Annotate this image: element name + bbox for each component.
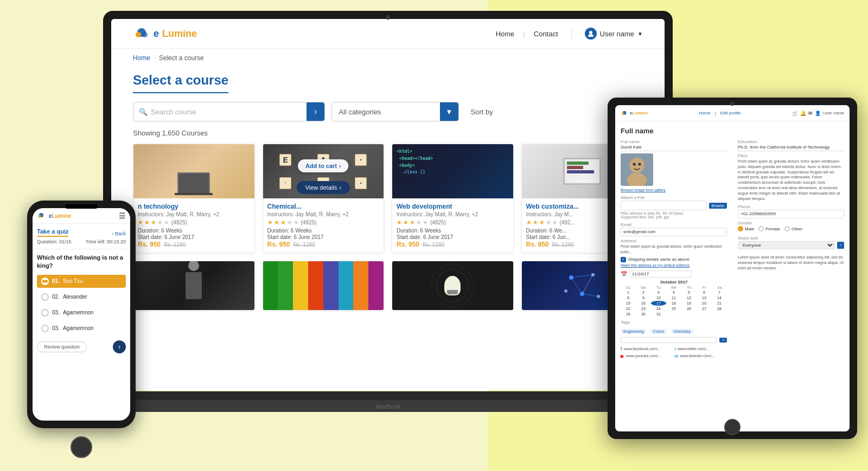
quiz-option-4[interactable]: 03. Agamemnon (37, 322, 126, 335)
education-value: Ph.D. from the California Institute of T… (738, 145, 844, 151)
checkbox-label: Shipping details same as above (628, 257, 690, 262)
svg-point-3 (589, 31, 592, 34)
svg-point-9 (569, 275, 573, 280)
tablet-camera (730, 101, 735, 106)
course-card-6[interactable] (263, 261, 385, 311)
course-card-2[interactable]: E A · · · · Add to cart › (263, 144, 385, 253)
tag-input[interactable] (621, 337, 717, 343)
youtube-url[interactable]: www.youtube.com/... (626, 354, 661, 358)
breadcrumb-home[interactable]: Home (133, 54, 150, 62)
tablet-nav-home[interactable]: Home (699, 111, 710, 115)
add-to-cart-button[interactable]: Add to cart › (298, 159, 349, 172)
facebook-link: f www.facebook.com/... (621, 346, 673, 352)
gender-female[interactable]: Female (758, 226, 780, 231)
tablet-logo: eLumine (621, 109, 648, 117)
phone-label: Phone (738, 204, 844, 209)
star-3: ★ (151, 219, 156, 226)
user-dropdown-icon: ▼ (637, 31, 643, 37)
full-name-value[interactable]: Sumit Kale (621, 145, 727, 151)
linkedin-url[interactable]: www.linkedin.com/... (680, 354, 714, 358)
nav-separator (571, 28, 572, 39)
user-area[interactable]: User name ▼ (585, 28, 643, 40)
linkedin-icon: in (675, 353, 679, 359)
review-question-button[interactable]: Review question (37, 341, 87, 352)
select-action-button[interactable]: › (837, 242, 844, 249)
tags-label: Tags (621, 320, 727, 325)
quiz-option-3[interactable]: 03. Agamemnon (37, 306, 126, 319)
tablet-logo-text: eLumine (630, 111, 648, 115)
education-label: Education (738, 139, 844, 144)
notification-icon[interactable]: 🔔 (800, 111, 806, 116)
email-input[interactable]: smk@gmail.com (621, 228, 727, 236)
hamburger-icon[interactable]: ☰ (119, 211, 126, 220)
svg-point-22 (639, 163, 641, 166)
search-icon: 🔍 (139, 108, 148, 116)
facebook-url[interactable]: www.facebook.com/... (624, 347, 661, 351)
tablet-left-col: Full name Sumit Kale (621, 139, 727, 359)
nav-contact-link[interactable]: Contact (534, 30, 558, 38)
time-left: Time left: 00:15:20 (86, 239, 126, 244)
view-details-button[interactable]: View details › (297, 181, 350, 194)
gender-other-label: Other (792, 227, 802, 231)
tag-chemistry[interactable]: Chemistry (671, 329, 694, 334)
user-profile-icon[interactable]: 👤 (815, 111, 821, 116)
course-info-2: Chemical... Instructors: Jay Matt, R. Ma… (263, 198, 384, 253)
file-input[interactable] (621, 201, 707, 210)
nav-home-link[interactable]: Home (496, 30, 515, 38)
attach-file-row: Browse (621, 201, 727, 210)
cart-icon[interactable]: 🛒 (792, 111, 798, 116)
tablet-nav-profile[interactable]: Edit profile (720, 111, 741, 115)
linkedin-link: in www.linkedin.com/... (675, 353, 727, 359)
quiz-title: Take a quiz (37, 228, 68, 237)
quiz-option-2[interactable]: 02. Alexander (37, 291, 126, 304)
phone-screen: eLumine ☰ Take a quiz ‹ Back Question: 0… (33, 208, 130, 421)
macbook-brand-label: MacBook (375, 403, 400, 410)
svg-point-1 (136, 32, 141, 37)
course-card-3[interactable]: <html> <head></head> <body> .class {} We… (392, 144, 514, 253)
tablet-device: eLumine Home | Edit profile 🛒 🔔 ✉ 👤 User… (608, 98, 857, 439)
search-input-area[interactable]: 🔍 Search course (133, 105, 307, 119)
course-title-3: Web development (397, 203, 509, 210)
phone-input[interactable]: +01-20598000555 (738, 210, 844, 218)
svg-line-5 (571, 275, 593, 278)
page-title: Select a course (133, 73, 228, 93)
search-button[interactable]: › (307, 102, 324, 121)
gender-other[interactable]: Other (784, 226, 802, 231)
category-select[interactable]: All categories (332, 105, 441, 119)
message-icon[interactable]: ✉ (808, 111, 813, 116)
date-input[interactable] (629, 270, 692, 278)
phone-home-button[interactable] (71, 436, 92, 458)
twitter-url[interactable]: www.twitter.com/... (678, 347, 709, 351)
back-link[interactable]: ‹ Back (112, 231, 126, 236)
search-wrapper: 🔍 Search course › (133, 102, 325, 121)
quiz-option-1[interactable]: 01. Sun Tzu (37, 275, 126, 288)
gender-male[interactable]: Male (738, 226, 754, 231)
svg-point-4 (588, 34, 593, 37)
tag-engineering[interactable]: Engineering (621, 329, 646, 334)
checkmark-icon: ✓ (622, 257, 625, 262)
category-dropdown-button[interactable]: ▼ (440, 102, 458, 121)
gender-label: Gender (738, 221, 844, 225)
tag-add-button[interactable]: + (719, 338, 727, 343)
browse-button[interactable]: Browse (709, 203, 727, 209)
question-number: Question: 01/15 (37, 239, 72, 244)
price-row-1: Rs. 950 Rs. 1280 (138, 241, 250, 248)
attach-file-label: Attach a File (621, 195, 727, 200)
browse-gallery-link[interactable]: Browse image from gallery (621, 188, 666, 192)
make-default-link[interactable]: Make this address as my default address (621, 263, 727, 267)
tag-colors[interactable]: Colors (650, 329, 667, 334)
course-card-5[interactable] (133, 261, 255, 311)
next-button[interactable]: › (113, 340, 126, 353)
option-2-text: Alexander (63, 294, 87, 300)
course-card-1[interactable]: n technology Instructors: Jay Matt, R. M… (133, 144, 255, 253)
share-select[interactable]: Everyone Friends Groups (738, 241, 835, 249)
search-placeholder: Search course (151, 108, 302, 116)
checkbox-checked[interactable]: ✓ (621, 257, 626, 262)
svg-point-15 (39, 215, 41, 218)
svg-point-17 (622, 112, 624, 114)
twitter-link: t www.twitter.com/... (675, 346, 727, 352)
course-card-7[interactable] (392, 261, 514, 311)
tablet-screen: eLumine Home | Edit profile 🛒 🔔 ✉ 👤 User… (615, 105, 850, 431)
tablet-home-button[interactable] (724, 419, 741, 435)
option-3-id: 03. (52, 309, 60, 315)
